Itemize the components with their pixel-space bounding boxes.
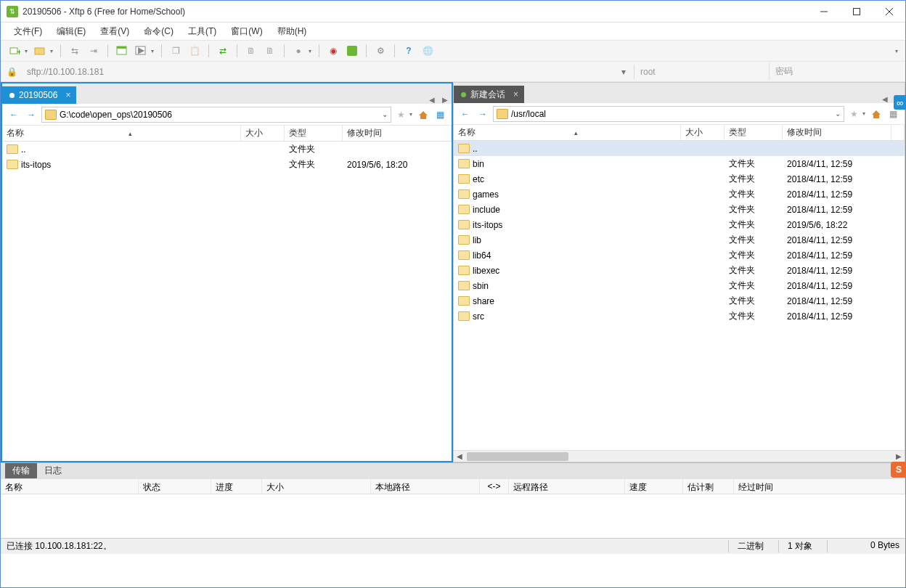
menu-file[interactable]: 文件(F) [8,24,48,39]
menu-window[interactable]: 窗口(W) [225,24,268,39]
sync-icon[interactable]: ▶ [133,43,149,59]
home-icon[interactable] [870,107,883,121]
list-item[interactable]: ..文件夹 [2,142,452,157]
new-session-dropdown[interactable]: ▾ [23,48,29,54]
col-type[interactable]: 类型 [725,125,783,140]
toolbar-overflow[interactable]: ▾ [894,48,899,54]
list-item[interactable]: its-itops文件夹2019/5/6, 18:20 [2,157,452,172]
list-item[interactable]: share文件夹2018/4/11, 12:59 [454,293,905,309]
col-name[interactable]: 名称▴ [2,126,241,141]
back-button[interactable]: ← [7,107,21,122]
list-item[interactable]: sbin文件夹2018/4/11, 12:59 [454,278,905,293]
web-icon[interactable]: 🌐 [420,43,436,59]
xftp-icon[interactable] [344,43,360,59]
tab-transfer[interactable]: 传输 [5,463,37,478]
maximize-button[interactable] [840,1,873,22]
list-item[interactable]: libexec文件夹2018/4/11, 12:59 [454,263,905,278]
side-app-icon[interactable]: S [891,462,906,478]
settings-icon[interactable]: ⚙ [372,43,388,59]
path-box[interactable]: G:\code\open_ops\20190506 ⌄ [41,107,391,123]
address-input[interactable]: sftp://10.100.18.181 [23,65,613,79]
tab-prev[interactable]: ◀ [425,96,438,104]
bookmark-drop[interactable]: ▾ [861,110,867,117]
open-folder-icon[interactable] [32,43,48,59]
refresh-icon[interactable]: ⇄ [215,43,231,59]
tab-local[interactable]: 20190506 × [2,86,76,104]
menu-edit[interactable]: 编辑(E) [51,24,91,39]
sync-dropdown[interactable]: ▾ [150,48,155,54]
list-item[interactable]: .. [454,141,905,156]
list-item[interactable]: etc文件夹2018/4/11, 12:59 [454,171,905,187]
path-dropdown-icon[interactable]: ⌄ [835,110,841,118]
address-dropdown[interactable]: ▾ [618,67,629,77]
password-field[interactable]: 密码 [769,63,899,80]
xcol-status[interactable]: 状态 [139,479,211,494]
tab-prev[interactable]: ◀ [878,95,891,103]
user-field[interactable]: root [634,65,764,79]
menu-help[interactable]: 帮助(H) [272,24,313,39]
close-button[interactable] [873,1,905,22]
left-file-list[interactable]: ..文件夹its-itops文件夹2019/5/6, 18:20 [2,142,452,461]
xcol-size[interactable]: 大小 [262,479,371,494]
minimize-button[interactable] [807,1,840,22]
xcol-eta[interactable]: 估计剩余... [683,479,734,494]
open-folder-dropdown[interactable]: ▾ [49,48,54,54]
col-time[interactable]: 修改时间 [783,125,891,140]
link-icon[interactable]: ⇆ [67,43,83,59]
view-mode-icon[interactable]: ▦ [433,107,447,122]
bookmark-drop[interactable]: ▾ [408,111,414,118]
xcol-name[interactable]: 名称 [1,479,139,494]
tab-log[interactable]: 日志 [37,463,69,478]
doc2-icon[interactable]: 🗎 [262,43,278,59]
path-box[interactable]: /usr/local ⌄ [493,106,844,122]
side-link-icon[interactable]: ∞ [894,95,906,110]
help-icon[interactable]: ? [401,43,417,59]
xcol-arrow[interactable]: <-> [480,479,509,494]
tab-remote[interactable]: 新建会话 × [454,86,524,103]
h-scrollbar[interactable]: ◀ ▶ [454,450,905,462]
right-file-list[interactable]: ..bin文件夹2018/4/11, 12:59etc文件夹2018/4/11,… [454,141,905,450]
forward-button[interactable]: → [476,107,490,121]
col-name[interactable]: 名称▴ [454,125,681,140]
path-dropdown-icon[interactable]: ⌄ [382,110,388,118]
tab-next[interactable]: ▶ [438,96,452,104]
scroll-left-icon[interactable]: ◀ [454,452,465,460]
list-item[interactable]: lib64文件夹2018/4/11, 12:59 [454,248,905,263]
home-icon[interactable] [417,108,430,121]
disconnect-icon[interactable]: ⇥ [86,43,102,59]
new-window-icon[interactable] [114,43,130,59]
paste-icon[interactable]: 📋 [187,43,203,59]
col-extra[interactable] [891,125,905,140]
doc1-icon[interactable]: 🗎 [243,43,259,59]
record-icon[interactable]: ● [290,43,306,59]
back-button[interactable]: ← [458,107,473,121]
copy-icon[interactable]: ❐ [168,43,184,59]
list-item[interactable]: include文件夹2018/4/11, 12:59 [454,202,905,217]
bookmark-icon[interactable]: ★ [847,109,860,119]
col-size[interactable]: 大小 [241,126,285,141]
col-size[interactable]: 大小 [681,125,725,140]
xcol-remote[interactable]: 远程路径 [509,479,625,494]
record-dropdown[interactable]: ▾ [307,48,313,54]
col-time[interactable]: 修改时间 [343,126,452,141]
xcol-local[interactable]: 本地路径 [371,479,480,494]
menu-view[interactable]: 查看(V) [94,24,135,39]
xcol-speed[interactable]: 速度 [625,479,683,494]
scroll-right-icon[interactable]: ▶ [893,452,905,460]
xcol-progress[interactable]: 进度 [211,479,262,494]
list-item[interactable]: src文件夹2018/4/11, 12:59 [454,309,905,324]
scroll-thumb[interactable] [467,452,568,461]
close-icon[interactable]: × [65,90,70,100]
close-icon[interactable]: × [513,89,518,99]
xshell-icon[interactable]: ◉ [325,43,341,59]
menu-tools[interactable]: 工具(T) [182,24,222,39]
col-type[interactable]: 类型 [285,126,343,141]
xcol-elapsed[interactable]: 经过时间 [734,479,905,494]
list-item[interactable]: its-itops文件夹2019/5/6, 18:22 [454,217,905,232]
menu-command[interactable]: 命令(C) [138,24,179,39]
new-session-icon[interactable]: + [7,43,23,59]
forward-button[interactable]: → [24,107,38,122]
bookmark-icon[interactable]: ★ [394,110,407,120]
list-item[interactable]: games文件夹2018/4/11, 12:59 [454,187,905,202]
list-item[interactable]: lib文件夹2018/4/11, 12:59 [454,232,905,248]
